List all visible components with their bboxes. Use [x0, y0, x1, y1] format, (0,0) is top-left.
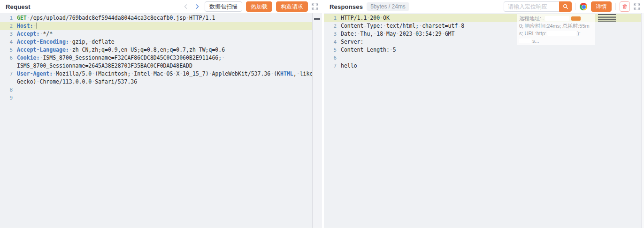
response-scrollbar[interactable] [641, 13, 644, 228]
request-panel: Request 数据包扫描 热加载 构造请求 [0, 0, 322, 231]
fullscreen-icon[interactable] [634, 3, 640, 10]
editor-line[interactable]: 4Server: [324, 38, 644, 46]
tiny-note-redacted [598, 14, 616, 22]
redacted-text [519, 38, 531, 43]
response-search-input[interactable] [504, 1, 559, 12]
line-number [0, 78, 17, 86]
line-number: 8 [0, 86, 17, 94]
overlay-url-suffix: ): [577, 30, 581, 37]
toolbar-divider [615, 3, 616, 10]
overlay-timing-text: 0; 响应时间:24ms; 总耗时:55m [519, 22, 590, 30]
editor-line[interactable]: 2Host:· [0, 22, 322, 30]
editor-line[interactable]: 1GET·/eps/upload/769badc8ef5944da804a4ca… [0, 14, 322, 22]
line-number: 4 [324, 38, 341, 46]
prev-packet-icon[interactable] [182, 3, 190, 10]
editor-line[interactable]: 3Accept:·*/* [0, 30, 322, 38]
details-button[interactable]: 详情 [591, 1, 612, 12]
request-footer-strip [0, 228, 322, 231]
request-scrollbar[interactable] [312, 13, 322, 228]
next-packet-icon[interactable] [193, 3, 201, 10]
editor-line[interactable]: 1HTTP/1.1·200·OK [324, 14, 644, 22]
line-number: 1 [0, 14, 17, 22]
trash-icon[interactable] [620, 1, 630, 12]
line-number [0, 62, 17, 70]
overlay-remote-address-label: 远程地址:.. [519, 15, 544, 22]
line-number: 2 [0, 22, 17, 30]
line-number: 7 [324, 62, 341, 70]
toolbar-divider [575, 3, 576, 10]
request-editor[interactable]: 1GET·/eps/upload/769badc8ef5944da804a4ca… [0, 13, 322, 228]
response-size-badge: 5bytes / 24ms [367, 2, 409, 11]
line-number: 9 [0, 94, 17, 102]
response-search [504, 1, 572, 12]
hot-reload-button[interactable]: 热加载 [246, 1, 272, 12]
line-number: 3 [324, 30, 341, 38]
editor-line[interactable]: 6Cookie:·ISMS_8700_Sessionname=F32CAF86C… [0, 54, 322, 62]
line-number: 4 [0, 38, 17, 46]
redacted-text [547, 31, 576, 36]
editor-line[interactable]: 6 [324, 54, 644, 62]
search-button[interactable] [559, 1, 572, 12]
editor-line[interactable]: 3Date:·Thu,·18·May·2023·03:54:29·GMT [324, 30, 644, 38]
editor-line[interactable]: 2Content-Type:·text/html;·charset=utf-8 [324, 22, 644, 30]
response-footer-strip [324, 228, 644, 231]
response-panel-title: Responses [330, 3, 363, 10]
redacted-highlight [571, 16, 581, 21]
line-number: 5 [0, 46, 17, 54]
editor-line[interactable]: 5Content-Length:·5 [324, 46, 644, 54]
request-header: Request 数据包扫描 热加载 构造请求 [0, 0, 322, 13]
response-editor[interactable]: 1HTTP/1.1·200·OK2Content-Type:·text/html… [324, 13, 644, 228]
text-cursor [37, 23, 38, 29]
request-code: 1GET·/eps/upload/769badc8ef5944da804a4ca… [0, 14, 322, 102]
overlay-tail-text: s... [532, 37, 539, 45]
request-scrollbar-thumb[interactable] [314, 18, 320, 20]
editor-line[interactable]: 7User-Agent:·Mozilla/5.0·(Macintosh;·Int… [0, 70, 322, 78]
line-number: 2 [324, 22, 341, 30]
http-packet-viewer: Request 数据包扫描 热加载 构造请求 [0, 0, 644, 231]
build-request-button[interactable]: 构造请求 [276, 1, 308, 12]
editor-line[interactable]: 7hello [324, 62, 644, 70]
line-number: 7 [0, 70, 17, 78]
editor-line[interactable]: ISMS_8700_Sessionname=2645A38E28703F35BA… [0, 62, 322, 70]
packet-scan-button[interactable]: 数据包扫描 [205, 1, 242, 12]
fullscreen-icon[interactable] [312, 3, 318, 10]
response-info-overlay: 远程地址:.. 0; 响应时间:24ms; 总耗时:55m s; URL:htt… [517, 14, 595, 45]
editor-line[interactable]: 4Accept-Encoding:·gzip,·deflate [0, 38, 322, 46]
chrome-icon[interactable] [580, 3, 587, 10]
line-number: 6 [0, 54, 17, 62]
editor-line[interactable]: 8 [0, 86, 322, 94]
response-panel: Responses 5bytes / 24ms 详情 [324, 0, 644, 231]
editor-line[interactable]: 5Accept-Language:·zh-CN,zh;q=0.9,en-US;q… [0, 46, 322, 54]
editor-line[interactable]: Gecko)·Chrome/113.0.0.0·Safari/537.36 [0, 78, 322, 86]
overlay-url-label: s; URL:http: [519, 30, 546, 37]
request-panel-title: Request [6, 3, 31, 10]
response-code: 1HTTP/1.1·200·OK2Content-Type:·text/html… [324, 14, 644, 70]
editor-line[interactable]: 9 [0, 94, 322, 102]
response-header: Responses 5bytes / 24ms 详情 [324, 0, 644, 13]
line-number: 6 [324, 54, 341, 62]
redacted-text [545, 16, 569, 21]
line-number: 1 [324, 14, 341, 22]
line-number: 3 [0, 30, 17, 38]
line-number: 5 [324, 46, 341, 54]
